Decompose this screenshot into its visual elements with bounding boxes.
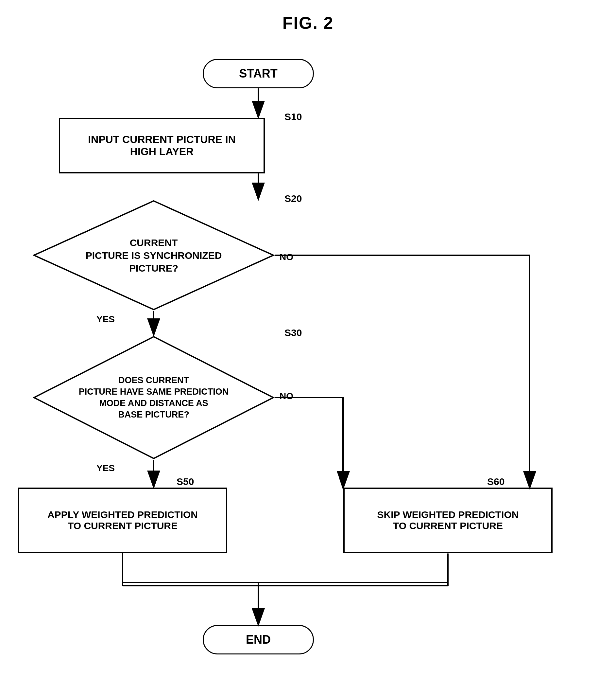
yes-s20-label: YES	[96, 314, 115, 325]
s20-label: S20	[284, 193, 302, 204]
no-s20-label: NO	[280, 252, 293, 262]
s60-label: S60	[487, 476, 504, 487]
s50-label: S50	[176, 476, 194, 487]
no-s30-label: NO	[280, 391, 293, 402]
s20-diamond: CURRENT PICTURE IS SYNCHRONIZED PICTURE?	[33, 200, 275, 311]
s30-diamond: DOES CURRENT PICTURE HAVE SAME PREDICTIO…	[33, 335, 275, 460]
s10-box: INPUT CURRENT PICTURE IN HIGH LAYER	[59, 118, 265, 174]
s50-box: APPLY WEIGHTED PREDICTION TO CURRENT PIC…	[18, 488, 227, 553]
s60-box: SKIP WEIGHTED PREDICTION TO CURRENT PICT…	[343, 488, 552, 553]
s30-text: DOES CURRENT PICTURE HAVE SAME PREDICTIO…	[75, 375, 233, 420]
page-title: FIG. 2	[0, 0, 616, 33]
end-node: END	[203, 625, 314, 654]
yes-s30-label: YES	[96, 463, 115, 474]
start-node: START	[203, 59, 314, 88]
s20-text: CURRENT PICTURE IS SYNCHRONIZED PICTURE?	[69, 236, 238, 274]
s30-label: S30	[284, 327, 302, 338]
diagram-container: START S10 INPUT CURRENT PICTURE IN HIGH …	[0, 39, 616, 677]
s10-label: S10	[284, 111, 302, 122]
